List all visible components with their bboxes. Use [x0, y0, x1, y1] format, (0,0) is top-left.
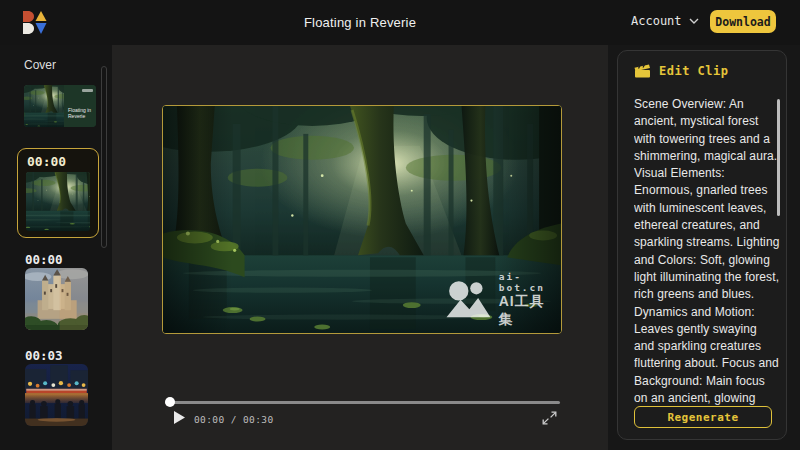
- clips-sidebar: Cover Floating in Reverie 00:00 00:00 00…: [0, 45, 112, 450]
- fullscreen-button[interactable]: [542, 411, 557, 425]
- clip-timestamp: 00:00: [27, 154, 66, 169]
- cover-thumbnail[interactable]: Floating in Reverie: [24, 85, 96, 127]
- edit-clip-title: Edit Clip: [659, 64, 729, 78]
- seek-track[interactable]: [165, 401, 560, 404]
- watermark-text-1: ai-bot.cn: [499, 271, 545, 293]
- clip-timestamp: 00:03: [25, 348, 63, 363]
- seek-handle[interactable]: [165, 397, 175, 407]
- clip-timestamp: 00:00: [25, 252, 63, 267]
- sidebar-scrollbar[interactable]: [101, 66, 107, 248]
- play-icon: [174, 411, 185, 424]
- regenerate-button[interactable]: Regenerate: [634, 406, 772, 428]
- clip-description-textarea[interactable]: Scene Overview: An ancient, mystical for…: [634, 96, 780, 406]
- cover-thumbnail-titlecard: Floating in Reverie: [64, 85, 96, 127]
- cover-title-text: Floating in Reverie: [68, 107, 94, 119]
- page-title: Floating in Reverie: [0, 15, 720, 30]
- edit-column: Edit Clip Scene Overview: An ancient, my…: [608, 45, 800, 450]
- edit-clip-panel: Edit Clip Scene Overview: An ancient, my…: [617, 50, 787, 440]
- description-scrollbar[interactable]: [777, 99, 780, 216]
- fullscreen-icon: [542, 411, 557, 425]
- clapperboard-icon: [634, 64, 651, 78]
- download-button[interactable]: Download: [710, 10, 776, 33]
- cover-section-label: Cover: [24, 58, 56, 72]
- play-button[interactable]: [172, 411, 186, 425]
- time-display: 00:00 / 00:30: [194, 414, 274, 425]
- account-label: Account: [631, 14, 682, 28]
- watermark-logo-icon: [443, 277, 492, 322]
- watermark: ai-bot.cn AI工具集: [443, 271, 545, 329]
- edit-clip-header: Edit Clip: [634, 64, 729, 78]
- chevron-down-icon: [689, 18, 699, 24]
- clip-thumbnail-forest: [26, 172, 90, 231]
- video-preview[interactable]: ai-bot.cn AI工具集: [162, 105, 562, 334]
- clip-thumbnail-castle[interactable]: [25, 268, 88, 330]
- cover-mini-logo: [82, 89, 93, 92]
- seek-bar[interactable]: [165, 397, 560, 407]
- cover-thumbnail-image: [24, 85, 64, 127]
- clip-thumbnail-market[interactable]: [25, 364, 88, 426]
- account-menu[interactable]: Account: [631, 14, 699, 28]
- top-bar: Floating in Reverie Account Download: [0, 0, 800, 45]
- player-area: ai-bot.cn AI工具集 00:00 / 00:30: [112, 45, 608, 450]
- clip-card-selected[interactable]: 00:00: [17, 148, 99, 238]
- watermark-text-2: AI工具集: [499, 293, 545, 329]
